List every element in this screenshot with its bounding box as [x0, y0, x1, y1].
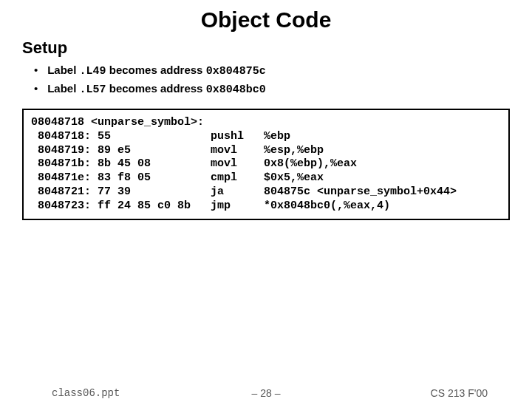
- page-title: Object Code: [0, 0, 532, 38]
- bullet-dot-icon: •: [34, 81, 44, 98]
- bullet-prefix: Label: [47, 82, 79, 95]
- bullet-list: • Label .L49 becomes address 0x804875c •…: [0, 62, 532, 106]
- bullet-item: • Label .L57 becomes address 0x8048bc0: [34, 81, 532, 99]
- code-block: 08048718 <unparse_symbol>: 8048718: 55 p…: [22, 109, 510, 220]
- bullet-code: .L57: [80, 83, 106, 96]
- bullet-prefix: Label: [47, 64, 79, 76]
- bullet-mid: becomes address: [106, 82, 206, 95]
- bullet-code: 0x804875c: [206, 65, 266, 78]
- footer-course: CS 213 F'00: [431, 387, 488, 399]
- bullet-code: .L49: [80, 65, 106, 78]
- bullet-code: 0x8048bc0: [206, 83, 266, 96]
- bullet-mid: becomes address: [106, 64, 206, 76]
- section-heading: Setup: [0, 38, 532, 62]
- bullet-item: • Label .L49 becomes address 0x804875c: [34, 62, 532, 81]
- bullet-dot-icon: •: [34, 62, 44, 79]
